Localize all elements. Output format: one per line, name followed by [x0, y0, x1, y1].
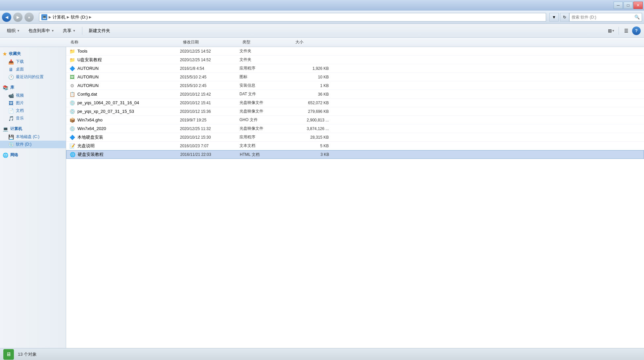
- file-list: 📁 Tools 2020/12/25 14:52 文件夹 📁 U盘安装教程 20…: [66, 47, 644, 348]
- table-row[interactable]: 📝 光盘说明 2016/10/23 7:07 文本文档 5 KB: [66, 142, 644, 150]
- table-row[interactable]: 📁 Tools 2020/12/25 14:52 文件夹: [66, 47, 644, 56]
- size-column-header[interactable]: 大小: [293, 39, 332, 45]
- software-d-label: 软件 (D:): [16, 142, 31, 147]
- file-name: Config.dat: [77, 92, 180, 97]
- file-name: U盘安装教程: [77, 57, 180, 63]
- music-icon: 🎵: [8, 116, 14, 121]
- favorites-header[interactable]: ★ 收藏夹: [0, 50, 66, 58]
- table-row[interactable]: 🖼 AUTORUN 2015/5/10 2:45 图标 10 KB: [66, 73, 644, 81]
- help-button[interactable]: ?: [632, 26, 641, 35]
- file-type: 图标: [239, 74, 292, 80]
- arrow-icon3: ▶: [89, 15, 92, 19]
- forward-button[interactable]: ▶: [13, 13, 22, 22]
- file-date: 2015/5/10 2:45: [180, 83, 239, 88]
- table-row[interactable]: 🌐 硬盘安装教程 2016/11/21 22:03 HTML 文档 3 KB: [66, 150, 644, 159]
- file-size: 36 KB: [292, 92, 332, 97]
- sidebar-item-recent[interactable]: 🕐 最近访问的位置: [0, 73, 66, 81]
- desktop-label: 桌面: [16, 67, 24, 72]
- dropdown-button[interactable]: ▼: [549, 13, 559, 22]
- image-icon: 🖼: [8, 101, 14, 106]
- new-folder-button[interactable]: 新建文件夹: [85, 25, 114, 36]
- sidebar-item-video[interactable]: 📹 视频: [0, 92, 66, 99]
- sidebar-item-image[interactable]: 🖼 图片: [0, 99, 66, 107]
- file-size: 5 KB: [292, 144, 332, 148]
- file-type-icon: 🖼: [69, 74, 75, 80]
- statusbar: 🖥 13 个对象: [0, 348, 644, 360]
- refresh-button[interactable]: ↻: [560, 13, 569, 22]
- doc-icon: 📄: [8, 108, 14, 113]
- column-headers: 名称 修改日期 类型 大小: [0, 38, 644, 47]
- file-size: 10 KB: [292, 75, 332, 79]
- computer-section: 💻 计算机 💾 本地磁盘 (C:) 💿 软件 (D:): [0, 125, 66, 148]
- organize-arrow: ▼: [17, 29, 20, 32]
- software-d-icon: 💿: [8, 142, 14, 147]
- back-button[interactable]: ◀: [2, 13, 11, 22]
- library-label: 库: [10, 85, 14, 90]
- file-date: 2020/12/25 11:32: [180, 126, 239, 131]
- table-row[interactable]: 💿 Win7x64_2020 2020/12/25 11:32 光盘映像文件 3…: [66, 124, 644, 133]
- details-icon: ☰: [624, 28, 628, 33]
- sidebar-item-software-d[interactable]: 💿 软件 (D:): [0, 141, 66, 148]
- sidebar: ★ 收藏夹 📥 下载 🖥 桌面 🕐 最近访问的位置 📚 库: [0, 47, 66, 348]
- network-label: 网络: [10, 152, 18, 158]
- toolbar-divider2: [619, 27, 619, 35]
- file-type: 安装信息: [239, 83, 292, 88]
- table-row[interactable]: 💿 pe_yqs_xp_20_07_31_15_53 2020/10/12 15…: [66, 107, 644, 116]
- navbar: ◀ ▶ ▲ 💻 ▶ 计算机 ▶ 软件 (D:) ▶ ▼ ↻ 🔍: [0, 11, 644, 24]
- file-name: 本地硬盘安装: [77, 134, 180, 140]
- sidebar-item-music[interactable]: 🎵 音乐: [0, 114, 66, 122]
- table-row[interactable]: 📁 U盘安装教程 2020/12/25 14:52 文件夹: [66, 56, 644, 64]
- table-row[interactable]: 📋 Config.dat 2020/10/12 15:42 DAT 文件 36 …: [66, 90, 644, 99]
- file-type: 应用程序: [239, 134, 292, 140]
- up-button[interactable]: ▲: [24, 13, 34, 22]
- include-library-label: 包含到库中: [28, 28, 50, 34]
- computer-header[interactable]: 💻 计算机: [0, 125, 66, 133]
- sidebar-item-local-c[interactable]: 💾 本地磁盘 (C:): [0, 133, 66, 141]
- search-input[interactable]: [572, 15, 634, 20]
- view-button[interactable]: ⊞ ▼: [607, 26, 616, 35]
- sidebar-item-downloads[interactable]: 📥 下载: [0, 58, 66, 66]
- table-row[interactable]: 💿 pe_yqs_1064_20_07_31_16_04 2020/10/12 …: [66, 99, 644, 107]
- table-row[interactable]: 📦 Win7x64.gho 2019/9/7 19:25 GHO 文件 2,90…: [66, 116, 644, 124]
- file-type-icon: 📦: [69, 117, 75, 123]
- network-header[interactable]: 🌐 网络: [0, 151, 66, 159]
- table-row[interactable]: ⚙ AUTORUN 2015/5/10 2:45 安装信息 1 KB: [66, 81, 644, 90]
- name-column-header[interactable]: 名称: [68, 39, 180, 45]
- breadcrumb: 💻 ▶ 计算机 ▶ 软件 (D:) ▶: [41, 14, 92, 20]
- file-type-icon: 💿: [69, 108, 75, 115]
- address-bar[interactable]: 💻 ▶ 计算机 ▶ 软件 (D:) ▶: [39, 13, 546, 22]
- search-icon: 🔍: [634, 15, 640, 20]
- view-icon: ⊞: [608, 28, 612, 33]
- file-name: 光盘说明: [77, 143, 180, 149]
- maximize-button[interactable]: □: [623, 2, 633, 9]
- file-type-icon: 🔷: [69, 134, 75, 141]
- details-view-button[interactable]: ☰: [622, 26, 631, 35]
- new-folder-label: 新建文件夹: [89, 28, 110, 34]
- file-type: 文件夹: [239, 48, 292, 54]
- favorites-label: 收藏夹: [9, 51, 21, 57]
- organize-button[interactable]: 组织 ▼: [3, 25, 23, 36]
- file-type: HTML 文档: [240, 152, 293, 158]
- sidebar-item-desktop[interactable]: 🖥 桌面: [0, 66, 66, 73]
- file-date: 2020/10/12 15:36: [180, 109, 239, 114]
- file-size: 1 KB: [292, 83, 332, 88]
- library-header[interactable]: 📚 库: [0, 83, 66, 92]
- music-label: 音乐: [16, 115, 24, 121]
- type-column-header[interactable]: 类型: [240, 39, 293, 45]
- organize-label: 组织: [7, 28, 16, 34]
- file-date: 2020/10/12 15:41: [180, 101, 239, 105]
- file-date: 2015/5/10 2:45: [180, 75, 239, 79]
- sidebar-item-doc[interactable]: 📄 文档: [0, 107, 66, 114]
- search-box[interactable]: 🔍: [569, 13, 642, 22]
- file-type-icon: 💿: [69, 125, 75, 132]
- close-button[interactable]: ✕: [633, 2, 643, 9]
- file-date: 2016/1/8 4:54: [180, 66, 239, 71]
- date-column-header[interactable]: 修改日期: [180, 39, 240, 45]
- table-row[interactable]: 🔷 AUTORUN 2016/1/8 4:54 应用程序 1,926 KB: [66, 64, 644, 73]
- share-button[interactable]: 共享 ▼: [59, 25, 79, 36]
- minimize-button[interactable]: ─: [614, 2, 623, 9]
- breadcrumb-drive: 软件 (D:): [71, 14, 88, 20]
- computer-icon: 💻: [41, 14, 47, 20]
- include-library-button[interactable]: 包含到库中 ▼: [25, 25, 58, 36]
- table-row[interactable]: 🔷 本地硬盘安装 2020/10/12 15:30 应用程序 28,315 KB: [66, 133, 644, 142]
